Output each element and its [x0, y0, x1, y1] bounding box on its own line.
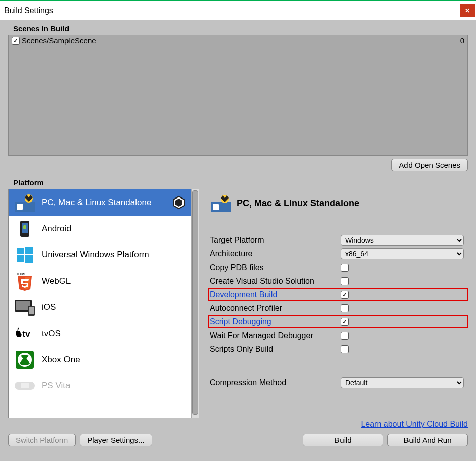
platform-item-psvita[interactable]: PS Vita	[9, 373, 199, 399]
build-button[interactable]: Build	[303, 434, 383, 446]
settings-title: PC, Mac & Linux Standalone	[237, 198, 359, 209]
compression-select[interactable]: Default	[341, 377, 464, 388]
svg-rect-1	[17, 204, 23, 210]
autoconnect-checkbox[interactable]	[341, 304, 349, 312]
architecture-select[interactable]: x86_64	[341, 248, 464, 259]
scene-checkbox[interactable]	[12, 37, 20, 45]
target-platform-label: Target Platform	[210, 236, 341, 245]
scene-name: Scenes/SampleScene	[22, 36, 96, 45]
svg-rect-23	[213, 204, 219, 210]
close-button[interactable]: ✕	[460, 4, 475, 17]
svg-rect-8	[17, 248, 24, 254]
platform-item-android[interactable]: Android	[9, 216, 199, 242]
titlebar: Build Settings ✕	[0, 1, 476, 20]
svg-rect-10	[17, 255, 24, 262]
xbox-icon	[14, 350, 36, 370]
compression-label: Compression Method	[210, 378, 341, 387]
script-debug-label: Script Debugging	[210, 317, 341, 326]
wait-debugger-label: Wait For Managed Debugger	[210, 331, 341, 340]
target-platform-select[interactable]: Windows	[341, 235, 464, 246]
dev-build-label: Development Build	[210, 290, 341, 299]
platform-scrollbar[interactable]	[191, 189, 199, 418]
platform-item-tvos[interactable]: tv tvOS	[9, 320, 199, 347]
copy-pdb-label: Copy PDB files	[210, 263, 341, 272]
platform-label: PS Vita	[42, 381, 70, 391]
player-settings-button[interactable]: Player Settings...	[80, 434, 152, 446]
platform-heading: Platform	[0, 174, 476, 189]
build-settings-panel: PC, Mac & Linux Standalone Target Platfo…	[210, 189, 468, 429]
window-title: Build Settings	[4, 6, 53, 15]
platform-label: PC, Mac & Linux Standalone	[42, 197, 151, 208]
standalone-icon	[210, 193, 232, 213]
wait-debugger-checkbox[interactable]	[341, 332, 349, 340]
unity-icon	[172, 195, 186, 210]
autoconnect-label: Autoconnect Profiler	[210, 304, 341, 313]
scripts-only-checkbox[interactable]	[341, 345, 349, 353]
platform-label: iOS	[42, 302, 56, 312]
svg-rect-21	[21, 383, 29, 388]
svg-rect-11	[25, 255, 33, 263]
svg-text:tv: tv	[22, 328, 30, 339]
scripts-only-label: Scripts Only Build	[210, 345, 341, 354]
build-and-run-button[interactable]: Build And Run	[387, 434, 468, 446]
svg-rect-7	[23, 225, 26, 229]
psvita-icon	[14, 376, 36, 396]
apple-tv-icon: tv	[14, 323, 36, 344]
scrollbar-thumb[interactable]	[192, 190, 198, 415]
scene-index: 0	[460, 36, 464, 45]
platform-list[interactable]: PC, Mac & Linux Standalone Andro	[8, 189, 199, 418]
scenes-list[interactable]: Scenes/SampleScene 0	[8, 35, 468, 156]
svg-text:HTML: HTML	[17, 272, 27, 276]
platform-item-xbox[interactable]: Xbox One	[9, 347, 199, 373]
create-vs-checkbox[interactable]	[341, 277, 349, 285]
platform-item-webgl[interactable]: HTML WebGL	[9, 268, 199, 294]
script-debug-checkbox[interactable]	[341, 318, 349, 326]
platform-item-uwp[interactable]: Universal Windows Platform	[9, 242, 199, 268]
html5-icon: HTML	[14, 271, 36, 291]
switch-platform-button[interactable]: Switch Platform	[8, 434, 76, 446]
platform-item-ios[interactable]: iOS	[9, 294, 199, 320]
scenes-heading: Scenes In Build	[0, 20, 476, 35]
platform-label: Android	[42, 224, 72, 234]
platform-label: WebGL	[42, 276, 71, 286]
create-vs-label: Create Visual Studio Solution	[210, 277, 341, 286]
ios-icon	[14, 297, 36, 317]
copy-pdb-checkbox[interactable]	[341, 264, 349, 272]
platform-label: Xbox One	[42, 355, 80, 365]
scene-row[interactable]: Scenes/SampleScene 0	[9, 35, 467, 46]
svg-rect-9	[25, 247, 33, 254]
svg-rect-16	[29, 307, 34, 314]
platform-item-standalone[interactable]: PC, Mac & Linux Standalone	[9, 189, 199, 216]
windows-icon	[14, 245, 36, 265]
cloud-build-link[interactable]: Learn about Unity Cloud Build	[361, 420, 468, 429]
architecture-label: Architecture	[210, 249, 341, 258]
dev-build-checkbox[interactable]	[341, 291, 349, 299]
add-open-scenes-button[interactable]: Add Open Scenes	[391, 159, 468, 171]
platform-label: tvOS	[42, 328, 61, 339]
standalone-icon	[14, 192, 36, 213]
platform-label: Universal Windows Platform	[42, 250, 149, 260]
android-icon	[14, 219, 36, 239]
